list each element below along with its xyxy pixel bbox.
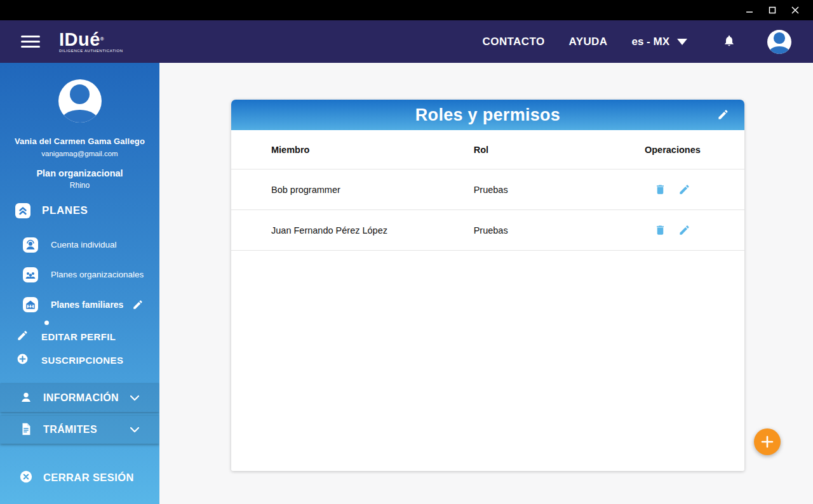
page-title: Roles y permisos (415, 105, 560, 125)
window-titlebar (0, 0, 813, 20)
member-name: Juan Fernando Pérez López (231, 225, 467, 235)
member-role: Pruebas (467, 225, 601, 235)
card-header: Roles y permisos (231, 100, 744, 130)
avatar-icon (70, 84, 90, 104)
app-logo[interactable]: IDué® DILIGENCE AUTHENTICATION (59, 30, 123, 53)
close-circle-icon (19, 470, 33, 485)
sidebar-item-label: Cuenta individual (51, 240, 117, 249)
logo-text: IDué® (59, 30, 123, 48)
sidebar-item-label: PLANES (42, 204, 88, 217)
user-plan-type: Plan organizacional (0, 168, 159, 178)
sidebar-item-suscripciones[interactable]: SUSCRIPCIONES (17, 348, 159, 372)
add-member-button[interactable] (754, 428, 781, 455)
sidebar-section-label: INFORMACIÓN (43, 392, 119, 404)
nav-ayuda[interactable]: AYUDA (569, 36, 608, 48)
edit-icon[interactable] (678, 224, 690, 236)
member-name: Bob programmer (231, 185, 467, 195)
plus-icon (760, 435, 774, 449)
user-email: vanigamag@gmail.com (0, 150, 159, 157)
language-value: es - MX (631, 36, 669, 48)
registered-mark: ® (100, 36, 104, 42)
maximize-button[interactable] (761, 0, 784, 20)
person-icon (19, 390, 33, 406)
sidebar-item-cerrar-sesion[interactable]: CERRAR SESIÓN (19, 468, 159, 487)
pencil-icon[interactable] (717, 109, 729, 121)
column-header-operaciones: Operaciones (601, 145, 744, 155)
active-item-dot (44, 321, 49, 325)
sidebar-item-label: CERRAR SESIÓN (43, 472, 134, 484)
table-header-row: Miembro Rol Operaciones (231, 130, 744, 169)
table-row: Bob programmer Pruebas (231, 169, 744, 210)
minimize-icon (746, 6, 753, 14)
sidebar-item-planes-familiares[interactable]: Planes familiares (23, 289, 159, 319)
notifications-button[interactable] (723, 34, 736, 50)
individual-account-icon (23, 237, 38, 253)
bell-icon (723, 34, 736, 50)
app-header: IDué® DILIGENCE AUTHENTICATION CONTACTO … (0, 20, 813, 63)
sidebar-item-cuenta-individual[interactable]: Cuenta individual (23, 230, 159, 260)
sidebar-item-label: EDITAR PERFIL (41, 331, 116, 342)
logo-tagline: DILIGENCE AUTHENTICATION (59, 49, 123, 53)
main-content: Roles y permisos Miembro Rol Operaciones… (159, 63, 813, 504)
avatar-icon (774, 32, 784, 43)
maximize-icon (769, 6, 776, 14)
language-selector[interactable]: es - MX (631, 36, 687, 48)
user-avatar (58, 79, 102, 123)
user-plan-name: Rhino (0, 181, 159, 190)
member-role: Pruebas (467, 185, 601, 195)
sidebar-section-label: TRÁMITES (43, 424, 97, 435)
minimize-button[interactable] (738, 0, 761, 20)
delete-icon[interactable] (654, 183, 666, 196)
chevron-down-icon (130, 395, 139, 401)
close-icon (791, 6, 799, 14)
profile-avatar[interactable] (767, 30, 791, 54)
sidebar-section-tramites[interactable]: TRÁMITES (0, 416, 159, 444)
caret-down-icon (677, 39, 687, 45)
column-header-miembro: Miembro (231, 145, 467, 155)
organizational-plans-icon (23, 267, 38, 282)
chevron-down-icon (130, 427, 139, 433)
hamburger-menu-icon[interactable] (21, 32, 40, 51)
close-button[interactable] (784, 0, 807, 20)
sidebar-item-label: Planes familiares (51, 300, 123, 310)
column-header-rol: Rol (467, 145, 601, 155)
roles-permissions-card: Roles y permisos Miembro Rol Operaciones… (231, 100, 744, 471)
document-icon (19, 422, 33, 437)
delete-icon[interactable] (654, 224, 666, 236)
sidebar-item-planes-organizacionales[interactable]: Planes organizacionales (23, 260, 159, 289)
sidebar-item-label: Planes organizacionales (51, 270, 144, 279)
user-name: Vania del Carmen Gama Gallego (0, 136, 159, 146)
sidebar-item-editar-perfil[interactable]: EDITAR PERFIL (17, 325, 159, 348)
pencil-icon[interactable] (132, 299, 144, 310)
sidebar-section-informacion[interactable]: INFORMACIÓN (0, 384, 159, 412)
sidebar: Vania del Carmen Gama Gallego vanigamag@… (0, 63, 159, 504)
nav-contacto[interactable]: CONTACTO (483, 36, 545, 48)
edit-icon[interactable] (678, 183, 690, 196)
sidebar-item-label: SUSCRIPCIONES (41, 355, 123, 366)
sidebar-item-planes[interactable]: PLANES (15, 201, 159, 221)
pencil-icon (17, 329, 29, 345)
family-plans-icon (23, 297, 38, 312)
table-row: Juan Fernando Pérez López Pruebas (231, 210, 744, 251)
collapse-up-icon (15, 203, 30, 218)
plus-circle-icon (17, 353, 29, 368)
header-actions: CONTACTO AYUDA es - MX (459, 30, 791, 54)
